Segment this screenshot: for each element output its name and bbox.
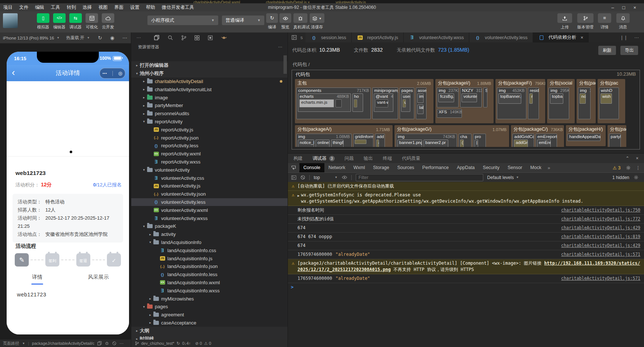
breadcrumb[interactable]: 代码包 / [293,61,310,68]
preview-button[interactable]: 预览 [279,13,291,30]
treemap-node[interactable]: img295Ktopba [549,87,569,119]
errors-icon[interactable]: ⊘ 0 [195,341,202,346]
page-path-label[interactable]: 页面路径 [3,341,19,346]
menu-item[interactable]: 界面 [111,4,127,11]
sidebar-toggle-icon[interactable] [288,32,300,42]
source-link[interactable]: charitableActivityDetail.js:772 [554,216,640,222]
more-icon[interactable]: ⋯ [634,35,639,40]
treemap-node[interactable]: 分包(pacimg25noti [577,79,596,123]
avatar[interactable] [3,13,18,28]
menu-item[interactable]: 编辑 [32,4,48,11]
source-link[interactable]: charitableActivityDetail.js:571 [554,251,640,258]
treemap-node[interactable] [355,140,366,144]
eager-eval-icon[interactable] [291,175,296,180]
console-row[interactable]: ⚠▶wx.getSystemInfoSync is deprecated.Ple… [288,191,644,206]
treemap-node[interactable]: topBanner.png [498,93,521,104]
treemap-node[interactable]: emErepo [537,140,551,147]
tab-详情[interactable]: 详情 [7,274,68,285]
tree-item[interactable]: ▸大纲 [131,327,288,335]
treemap-node[interactable]: wish [601,93,612,104]
source-link[interactable]: charitableActivityDetail.js:429 [554,243,640,249]
copy-icon[interactable] [97,341,102,346]
close-button[interactable]: × [629,5,640,10]
treemap-node[interactable]: banner2.pr [424,140,448,147]
overflow-tabs-icon[interactable]: » [545,165,552,171]
close-panel-icon[interactable]: × [636,156,638,161]
treemap-node[interactable]: vant-weapp [375,99,388,107]
treemap-node[interactable] [335,99,342,107]
messages-button[interactable]: 消息 [616,13,630,30]
console-row[interactable]: 剩余报名时间charitableActivityDetail.js:750 [288,206,644,215]
console-row[interactable]: 674charitableActivityDetail.js:429 [288,224,644,233]
treemap-node[interactable] [354,99,358,107]
console-url-link[interactable]: http://192.168.111.169:9320/statics/2025… [297,261,640,272]
treemap-node[interactable]: SSIa [483,87,487,107]
treemap-node[interactable]: 分包(packageG/)1.07MBimg743KBbanner1.pngba… [394,125,509,147]
treemap-node[interactable]: notice_bj.png53 [298,140,314,147]
devtools-tab-network[interactable]: Network [324,163,349,172]
treemap-node[interactable]: thing8.pn [331,140,344,147]
treemap-node[interactable]: userIn [403,99,406,107]
panel-tab-问题[interactable]: 问题 [345,155,354,162]
treemap-node[interactable]: echarts.min.js [299,99,334,107]
treemap-node[interactable]: ho [352,93,363,112]
tree-item[interactable]: {}reportActivity.less [131,142,288,150]
devtools-tab-mock[interactable]: Mock [526,163,546,172]
tree-item[interactable]: ▾pages [131,303,288,311]
treemap-node[interactable]: img25noti [578,87,591,119]
kebab-menu-icon[interactable]: ⋮ [636,165,641,171]
block-icon[interactable] [112,341,116,346]
console-row[interactable]: 1765974600000"alreadyDate"charitableActi… [288,274,644,283]
editor-tab[interactable]: {}session.less [306,32,352,42]
record-icon[interactable]: ◉ [110,35,114,41]
treemap-node[interactable]: labs64 [417,104,424,114]
tree-item[interactable]: ▸partyMember [131,102,288,110]
tree-item[interactable]: JSlandAcquisitionInfo.js [131,254,288,262]
back-chevron-icon[interactable]: ‹ [7,68,16,79]
editor-tab[interactable]: 代码依赖分析× [533,32,589,42]
menu-item[interactable]: 帮助 [143,4,159,11]
tree-item[interactable]: {..}landAcquisitionInfo.json [131,262,288,271]
hot-reload-toggle[interactable]: 热重载 开 [66,35,84,41]
treemap-node[interactable]: | [474,140,478,147]
tree-item[interactable]: {}volunteerActivity.less [131,198,288,206]
treemap-node[interactable]: 分包(packageH/)284handleAppealData [566,125,605,146]
devtools-tab-sensor[interactable]: Sensor [504,163,526,172]
treemap-node[interactable]: NXZY311KBvolunteerMy [460,87,482,107]
panel-tab-调试器[interactable]: 调试器3 [313,155,335,162]
menu-item[interactable]: 项目 [0,4,16,11]
split-editor-icon[interactable]: ❘❘ [620,35,628,40]
console-row[interactable]: ⚠[自动热重载] 已开启代码文件保存后自动热重载 [288,182,644,191]
console-row[interactable]: 未找到匹配的id值charitableActivityDetail.js:772 [288,215,644,224]
stash-icon[interactable] [208,35,213,41]
tree-item[interactable]: ∃landAcquisitionInfo.css [131,246,288,254]
visualize-button[interactable]: 可视化 [84,13,99,30]
treemap-node[interactable]: volunteerMy [462,93,477,102]
more-dots-icon[interactable]: ••• [102,72,107,75]
devtools-tab-sources[interactable]: Sources [393,163,418,172]
device-select[interactable]: iPhone 12/13 (Pro) 89% 16 [3,36,54,40]
compile-button[interactable]: ↻ 编译 [266,13,278,30]
treemap-node[interactable]: img237KBfczsBg.png52 [437,87,459,107]
treemap-node[interactable]: 分包(pacpartyM [608,125,627,147]
editor-button[interactable]: </> 编辑器 [52,13,67,30]
tree-item[interactable]: {..}volunteerActivity.json [131,190,288,198]
devtools-tab-appdata[interactable]: AppData [453,163,479,172]
treemap-node[interactable]: assets1imaglabs64 [416,87,427,119]
treemap-node[interactable]: re [529,93,533,104]
settings-gear-icon[interactable] [626,165,631,170]
treemap-node[interactable]: 分包(packageA/)1.71MBimg1.08MBnotice_bj.pn… [295,125,393,147]
panel-tab-终端[interactable]: 终端 [383,155,392,162]
remote-debug-button[interactable]: 真机调试 [293,13,307,30]
tree-item[interactable]: ▸agreement [131,311,288,319]
treemap-node[interactable]: 分包(packageC/)736KBaddGridCoaddGridemErep… [511,125,564,147]
details-button[interactable]: ≡ 详情 [598,13,611,30]
treemap-node[interactable]: emEreportemErepo [536,134,557,147]
panel-tab-输出[interactable]: 输出 [364,155,373,162]
treemap-node[interactable]: 主包2.06MBcomponents717KBecharts488KBechar… [295,79,434,123]
console-row[interactable]: ⚠[packageJ/charitableActivityDetail/char… [288,259,644,274]
tree-item[interactable]: JSvolunteerActivity.js [131,182,288,190]
editor-tab[interactable]: {}volunteerActivity.less [469,32,533,42]
more-icon[interactable]: ⋯ [278,44,283,49]
treemap-node[interactable]: handleAppealData [567,134,600,141]
